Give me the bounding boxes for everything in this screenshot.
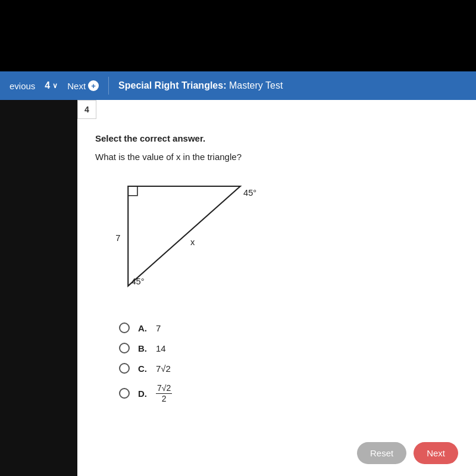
radio-a[interactable] [119, 322, 130, 333]
svg-text:x: x [190, 237, 195, 247]
svg-marker-0 [128, 186, 240, 286]
chevron-icon: ∨ [52, 82, 58, 90]
previous-nav[interactable]: evious [10, 81, 35, 91]
svg-text:45°: 45° [243, 188, 256, 198]
option-b[interactable]: B. 14 [119, 343, 458, 353]
radio-d[interactable] [119, 388, 130, 399]
bezel-top [0, 0, 476, 71]
next-nav[interactable]: Next + [67, 80, 99, 91]
label-d: D. 7√2 2 [138, 383, 172, 404]
svg-text:45°: 45° [131, 277, 144, 286]
option-a[interactable]: A. 7 [119, 322, 458, 333]
answer-options: A. 7 B. 14 C. 7√2 D. [119, 322, 458, 404]
bottom-buttons: Reset Next [357, 442, 458, 464]
content-area: Select the correct answer. What is the v… [77, 100, 476, 476]
nav-divider [108, 77, 109, 95]
question-number-nav[interactable]: 4 ∨ [45, 80, 58, 91]
question-badge: 4 [77, 100, 96, 119]
radio-b[interactable] [119, 343, 130, 353]
option-c[interactable]: C. 7√2 [119, 363, 458, 374]
svg-text:7: 7 [115, 233, 120, 243]
question-text: What is the value of x in the triangle? [95, 152, 458, 162]
reset-button[interactable]: Reset [357, 442, 406, 464]
navigation-bar: evious 4 ∨ Next + Special Right Triangle… [0, 71, 476, 100]
label-a: A. 7 [138, 323, 161, 333]
bezel-left [0, 71, 77, 476]
option-d[interactable]: D. 7√2 2 [119, 383, 458, 404]
next-button[interactable]: Next [414, 442, 458, 464]
instruction-text: Select the correct answer. [95, 133, 458, 143]
label-c: C. 7√2 [138, 364, 171, 374]
next-nav-icon: + [88, 80, 99, 91]
page-title: Special Right Triangles: Mastery Test [118, 80, 283, 91]
label-b: B. 14 [138, 343, 166, 353]
radio-c[interactable] [119, 363, 130, 374]
triangle-diagram: 45° 45° 7 x [107, 174, 274, 305]
